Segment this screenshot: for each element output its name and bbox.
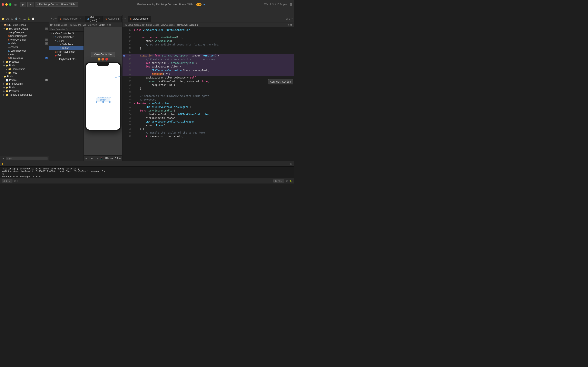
nav-icon-1[interactable]: 📁 <box>1 17 5 21</box>
code-bc-2[interactable]: RK-Setup-Cocoa <box>142 24 159 26</box>
nav-item-assets[interactable]: ◈ Assets <box>0 45 49 49</box>
bc-item-2[interactable]: RK <box>69 24 72 26</box>
linenum-24: 24 <box>126 76 133 80</box>
tab-vc-code[interactable]: S ViewController <box>128 16 151 22</box>
canvas-btn-6[interactable]: 📱 <box>100 157 103 160</box>
code-nav-back[interactable]: ‹ <box>124 17 125 20</box>
nav-icon-3[interactable]: ⚠ <box>10 17 13 21</box>
nav-filter-input[interactable] <box>6 157 48 160</box>
storyboard-tab-icon: ⊞ <box>87 17 89 20</box>
code-scroll-area[interactable]: 11 class ViewController: UIViewControlle… <box>122 27 294 161</box>
expand-icon-pods4: ▶ <box>3 86 5 89</box>
nav-item-pods3[interactable]: ▶ 📁 Pods <box>0 86 49 89</box>
code-assistant-btn[interactable]: ≡ <box>291 17 293 20</box>
nav-item-appdelegate[interactable]: S AppDelegate <box>0 31 49 34</box>
console-toggle[interactable]: ⊟ <box>290 162 292 165</box>
sidebar-toggle[interactable]: ⊟ <box>14 3 17 6</box>
code-bc-4[interactable]: startSurveyTapped(:) <box>177 24 198 26</box>
code-nav-fwd[interactable]: › <box>125 17 126 20</box>
console-bug-icon[interactable]: 🐛 <box>289 180 292 183</box>
run-button[interactable]: ▶ <box>20 2 26 7</box>
code-line-14: 14 super.viewDidLoad() <box>122 39 294 43</box>
canvas-btn-3[interactable]: ▶ <box>91 157 93 160</box>
nav-icon-6[interactable]: ☁ <box>23 17 26 21</box>
scene-item-safearea[interactable]: ⊞ Safe Area <box>49 43 84 46</box>
code-bc-3[interactable]: ViewController <box>161 24 175 26</box>
nav-item-targets[interactable]: ▶ 📁 Targets Support Files <box>0 93 49 97</box>
nav-icon-8[interactable]: 📋 <box>31 17 35 21</box>
tab-vc-label: ViewController <box>62 17 78 20</box>
nav-icon-5[interactable]: ⚙ <box>18 17 22 21</box>
nav-item-pods-root2[interactable]: ▼ 📁 Pods <box>0 75 49 78</box>
nav-item-root[interactable]: ▼ 📦 RK-Setup-Cocoa <box>0 23 49 27</box>
nav-item-pods2[interactable]: ▶ 📁 Pods <box>0 71 49 75</box>
code-bc-1[interactable]: RK-Setup-Cocoa <box>124 24 141 26</box>
add-file-button[interactable]: + <box>1 157 5 161</box>
nav-item-survey[interactable]: S SurveyTask A <box>0 56 49 60</box>
editor-controls[interactable]: ⊟ <box>290 2 292 6</box>
scene-item-vc-scene[interactable]: ▼ ⊟ View Controller Sc... <box>49 32 84 35</box>
scene-item-view[interactable]: ▼ □ View <box>49 39 84 43</box>
tab-main-storyboard[interactable]: ⊞ Main (Base) × <box>85 16 103 22</box>
iphone-content: Button <box>86 63 120 130</box>
bc-item-4[interactable]: Ma <box>78 24 81 26</box>
traffic-lights[interactable] <box>2 3 11 6</box>
nav-item-group1[interactable]: ▼ 📁 RK-Setup-Cocoa M <box>0 27 49 31</box>
canvas-btn-5[interactable]: ⊟ <box>96 157 99 160</box>
scene-item-storyboard-entry[interactable]: → Storyboard Entr... <box>49 57 84 61</box>
nav-item-scenedelegate[interactable]: S SceneDelegate <box>0 34 49 38</box>
bc-item-5[interactable]: Vie <box>83 24 86 26</box>
nav-item-products2[interactable]: ▶ 📁 Products <box>0 89 49 93</box>
nav-item-pods1[interactable]: ▶ 📁 Pods <box>0 64 49 67</box>
canvas-btn-4[interactable]: □ <box>94 157 95 160</box>
nav-item-frameworks1[interactable]: ▶ 📁 Frameworks <box>0 67 49 71</box>
tab-nav-left[interactable]: ✕ <box>50 17 52 20</box>
nav-item-products1[interactable]: ▶ 📁 Products <box>0 60 49 64</box>
code-inspector-btn[interactable]: ⊡ <box>288 17 291 20</box>
tab-appdelegate[interactable]: S AppDeleg. <box>103 16 122 22</box>
nav-icon-4[interactable]: 🔬 <box>14 17 18 21</box>
bc-item-7[interactable]: View <box>92 24 97 26</box>
tab-nav-fwd[interactable]: › <box>56 17 57 20</box>
scene-item-vc[interactable]: ▼ ⊡ View Controller <box>49 35 84 39</box>
bc-item-6[interactable]: Vie <box>87 24 91 26</box>
console-eye-icon[interactable]: 👁 <box>286 180 288 183</box>
nav-icon-2[interactable]: ⎇ <box>6 17 9 21</box>
bc-item-8[interactable]: Button <box>99 24 105 26</box>
nav-item-info[interactable]: ℹ Info <box>0 53 49 56</box>
nav-item-main[interactable]: ⊞ Main M <box>0 42 49 45</box>
tab-close-main[interactable]: × <box>99 17 100 20</box>
nav-item-launch[interactable]: ⊞ LaunchScreen <box>0 49 49 53</box>
nav-item-fw2[interactable]: ▶ 📁 Frameworks <box>0 82 49 86</box>
console-view-icon[interactable]: 👁 <box>14 180 16 183</box>
button-selection[interactable]: Button <box>96 97 110 102</box>
maximize-button[interactable] <box>9 3 11 6</box>
scene-item-fr[interactable]: ◉ First Responder <box>49 50 84 54</box>
scene-item-button[interactable]: ⊡ Button <box>49 46 84 50</box>
code-split-btn[interactable]: ⊟ <box>286 17 288 20</box>
scene-item-exit[interactable]: ◉ Exit <box>49 54 84 57</box>
tab-nav-expand[interactable]: ⤢ <box>53 17 55 20</box>
nav-icon-7[interactable]: 🐛 <box>27 17 31 21</box>
canvas-btn-2[interactable]: ℹ <box>89 157 90 160</box>
canvas-btn-1[interactable]: ⊞ <box>85 157 87 160</box>
gutter-36 <box>122 120 126 124</box>
vc-dot-1[interactable] <box>98 58 100 60</box>
scheme-selector[interactable]: ≡ RK-Setup-Cocoa › iPhone 15 Pro <box>35 2 78 7</box>
auto-select[interactable]: Auto ⌄ <box>2 179 12 183</box>
tab-close-vc[interactable]: × <box>79 17 82 20</box>
console-info-icon[interactable]: ℹ <box>17 180 18 183</box>
nav-item-podfile[interactable]: 📄 Podfile ? <box>0 78 49 82</box>
stop-button[interactable]: ■ <box>27 2 34 7</box>
tab-viewcontroller-swift[interactable]: S ViewController × <box>58 16 84 22</box>
close-button[interactable] <box>2 3 4 6</box>
vc-dot-3[interactable] <box>105 58 108 60</box>
bc-item-3[interactable]: Ma <box>73 24 77 26</box>
console-filter-btn[interactable]: ⊞ Filter <box>273 179 285 183</box>
expand-icon-prod2: ▶ <box>3 90 5 92</box>
minimize-button[interactable] <box>5 3 8 6</box>
tab-nav-back[interactable]: ‹ <box>55 17 56 20</box>
vc-dot-2[interactable] <box>102 58 104 60</box>
nav-item-vc[interactable]: S ViewController M <box>0 38 49 42</box>
bc-item-1[interactable]: RK-Setup-Cocoa <box>50 24 67 26</box>
